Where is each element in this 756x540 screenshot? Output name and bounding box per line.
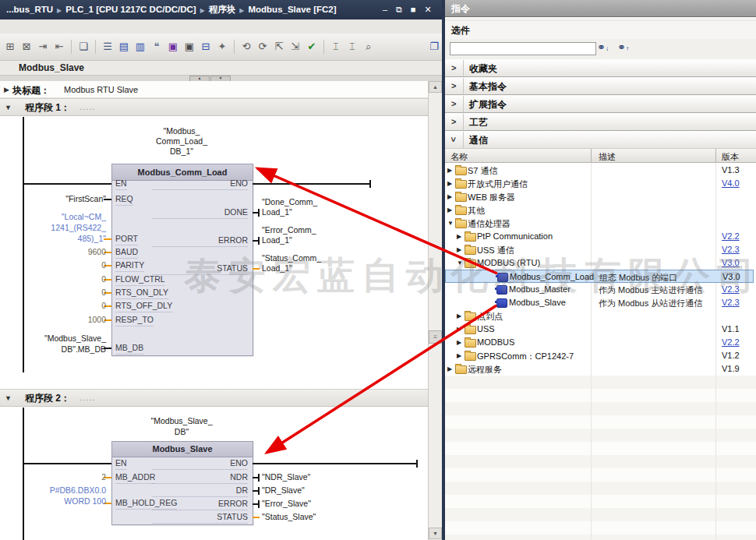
section-extended-instructions[interactable]: > 扩展指令 [445,95,756,113]
search-up-icon[interactable]: ⚭↑ [617,41,629,53]
operand-resp-to[interactable]: 1000 [14,315,106,325]
instance-db-label[interactable]: DB_1" [111,146,252,157]
instance-db-label[interactable]: DB" [111,427,252,437]
section-favorites[interactable]: > 收藏夹 [445,59,756,77]
close-all-networks-icon[interactable]: ▥ [133,40,147,54]
scroll-down-button[interactable]: ▼ [429,528,442,539]
operand-error[interactable]: "Error_Slave" [262,499,311,509]
network1-comment[interactable]: ..... [79,102,95,111]
minimize-button[interactable]: – [379,0,391,19]
instance-db-label[interactable]: Comm_Load_ [111,136,252,146]
redo-icon[interactable]: ⟳ [256,40,270,54]
monitor-icon[interactable]: ✔ [305,40,319,54]
tree-item-modbus-rtu[interactable]: ▼ MODBUS (RTU) V3.0 [445,256,754,270]
favorites-icon[interactable]: ✦ [215,40,229,54]
expander-icon[interactable]: ▶ [4,86,9,94]
operand-ndr[interactable]: "NDR_Slave" [262,472,310,482]
expand-rows-icon[interactable]: ⊟ [199,40,213,54]
column-description[interactable]: 描述 [599,151,616,163]
editor-scrollbar[interactable] [428,81,443,540]
delete-network-icon[interactable]: ⊠ [19,40,34,54]
tree-item-point-to-point[interactable]: ▶ 点到点 [445,309,754,323]
upload-icon[interactable]: ⇱ [272,40,286,54]
operand-done[interactable]: "Done_Comm_ [262,197,317,207]
tree-item-modbus[interactable]: ▶ MODBUS V2.2 [445,336,754,349]
section-technology[interactable]: > 工艺 [445,113,756,131]
operand-mb-addr[interactable]: 2 [14,472,106,482]
operand-port[interactable]: 1241_(RS422_ [14,223,106,233]
operand-dr[interactable]: "DR_Slave" [262,485,305,496]
column-version[interactable]: 版本 [722,151,739,163]
operand-status[interactable]: Load_1" [262,263,292,274]
operand-error[interactable]: "Error_Comm_ [262,225,316,235]
find-person-icon[interactable]: ⌕ [362,40,376,54]
operand-mb-hold-reg[interactable]: P#DB6.DBX0.0 [14,485,106,496]
network1-header[interactable]: ▼ 程序段 1： ..... [0,98,428,116]
operand-req[interactable]: "FirstScan" [14,194,106,204]
close-button[interactable]: ✕ [422,0,434,19]
undo-icon[interactable]: ⟲ [239,40,253,54]
tree-item-uss-comm[interactable]: ▶ USS 通信 V2.3 [445,243,754,256]
tree-item-s7-comm[interactable]: ▶ S7 通信 V1.3 [445,164,754,177]
operand-done[interactable]: Load_1" [262,207,292,217]
version-link[interactable]: V2.3 [722,284,740,294]
collapse-icon[interactable]: ▼ [5,394,12,402]
tree-item-ptp-communication[interactable]: ▶ PtP Communication V2.2 [445,230,754,243]
ibeam-left-icon[interactable]: ⌶ [329,40,343,54]
tree-item-modbus-slave[interactable]: Modbus_Slave 作为 Modbus 从站进行通信 V2.3 [445,296,754,309]
insert-row-icon[interactable]: ⇥ [36,40,50,54]
operand-error[interactable]: Load_1" [262,235,292,245]
operand-status[interactable]: "Status_Slave" [262,512,316,522]
breadcrumb-item[interactable]: ...bus_RTU [6,5,53,14]
section-basic-instructions[interactable]: > 基本指令 [445,77,756,95]
version-link[interactable]: V3.0 [722,258,740,267]
float-window-button[interactable]: ⧉ [393,0,405,19]
operand-mb-db[interactable]: DB".MB_DB [14,344,106,355]
tree-item-other[interactable]: ▶ 其他 [445,203,754,217]
version-link[interactable]: V2.2 [722,231,740,241]
paste-operand-icon[interactable]: ❏ [76,40,90,54]
search-down-icon[interactable]: ⚭↓ [597,41,609,53]
search-input[interactable] [450,42,596,55]
tree-item-remote-services[interactable]: ▶ 远程服务 V1.9 [445,362,754,376]
version-link[interactable]: V2.3 [722,245,740,254]
tree-item-gprscomm[interactable]: ▶ GPRSComm：CP1242-7 V1.2 [445,349,754,362]
version-link[interactable]: V4.0 [722,178,740,188]
operand-baud[interactable]: 9600 [14,247,106,257]
block-header[interactable]: Modbus_Slave [112,442,253,457]
db-minus-icon[interactable]: ▣ [182,40,196,54]
download-icon[interactable]: ⇲ [288,40,302,54]
breadcrumb-item[interactable]: Modbus_Slave [FC2] [248,5,336,14]
tree-item-comm-processors[interactable]: ▼ 通信处理器 [445,217,754,230]
operand-mb-hold-reg[interactable]: WORD 100 [14,496,106,506]
delete-row-icon[interactable]: ⇤ [52,40,66,54]
tree-item-uss[interactable]: ▶ USS V1.1 [445,323,754,336]
comment-icon[interactable]: ❝ [150,40,164,54]
operand-parity[interactable]: 0 [14,260,106,270]
operand-rts-off-dly[interactable]: 0 [14,301,106,311]
version-link[interactable]: V2.3 [722,298,740,307]
insert-network-icon[interactable]: ⊞ [3,40,17,54]
tree-item-modbus-master[interactable]: Modbus_Master 作为 Modbus 主站进行通信 V2.3 [445,283,754,296]
column-name[interactable]: 名称 [450,151,468,163]
breadcrumb-item[interactable]: 程序块 [209,5,236,14]
network2-header[interactable]: ▼ 程序段 2： ..... [0,389,428,407]
db-plus-icon[interactable]: ▣ [166,40,180,54]
operand-port[interactable]: "Local~CM_ [14,212,106,222]
collapse-icon[interactable]: ▼ [5,104,12,111]
network2-comment[interactable]: ..... [79,393,95,402]
block-title-value[interactable]: Modbus RTU Slave [64,85,138,94]
breadcrumb-item[interactable]: PLC_1 [CPU 1217C DC/DC/DC] [65,5,196,14]
network-list-icon[interactable]: ☰ [101,40,115,54]
scrollbar-thumb[interactable]: ≡ [429,330,442,344]
operand-mb-db[interactable]: "Modbus_Slave_ [14,334,106,344]
ibeam-right-icon[interactable]: ⌶ [345,40,359,54]
editor-settings-icon[interactable]: ❐ [427,40,441,54]
operand-rts-on-dly[interactable]: 0 [14,288,106,298]
instance-db-label[interactable]: "Modbus_Slave_ [111,416,252,426]
instance-db-label[interactable]: "Modbus_ [111,126,252,136]
tree-item-modbus-comm-load[interactable]: Modbus_Comm_Load 组态 Modbus 的端口 V3.0 [445,270,754,283]
operand-status[interactable]: "Status_Comm_ [262,253,321,263]
open-all-networks-icon[interactable]: ▤ [117,40,131,54]
scroll-up-button[interactable]: ▲ [429,81,442,93]
